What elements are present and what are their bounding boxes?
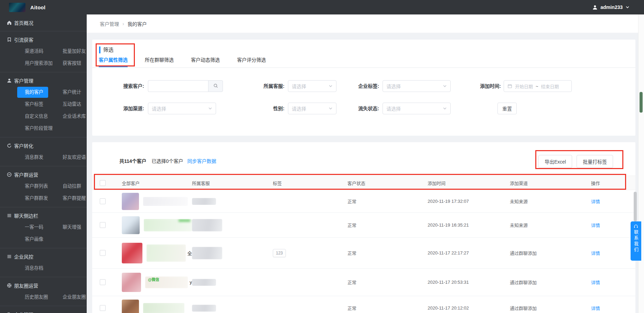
sidebar-section-label: 企业风控 bbox=[14, 253, 33, 260]
added-channel: 未知来源 bbox=[510, 198, 528, 205]
action-cell: 详情 bbox=[591, 198, 635, 205]
sidebar-item-4-0[interactable]: 客户群列表 bbox=[25, 183, 63, 190]
row-checkbox[interactable] bbox=[100, 198, 106, 204]
user-name: admin233 bbox=[600, 4, 623, 10]
row-checkbox[interactable] bbox=[100, 279, 106, 285]
filter-panel: 筛选 客户属性筛选所在群聊筛选客户动态筛选客户评分筛选 搜索客户: 所属客服: … bbox=[92, 40, 635, 136]
owner-cell bbox=[192, 279, 273, 286]
detail-link[interactable]: 详情 bbox=[591, 222, 600, 228]
sidebar-section-7[interactable]: 朋友圈运营 bbox=[0, 282, 87, 289]
sidebar-item-2-0[interactable]: 我的客户 bbox=[17, 87, 48, 98]
search-input[interactable] bbox=[148, 80, 208, 92]
sidebar-item-1-3[interactable]: 获客按钮 bbox=[63, 60, 87, 67]
owner-cell bbox=[192, 198, 273, 205]
row-checkbox-cell bbox=[100, 222, 122, 228]
added-channel: 通过群聊添加 bbox=[510, 250, 537, 256]
add-channel-select[interactable]: 请选择 bbox=[148, 103, 216, 114]
sidebar-item-2-2[interactable]: 客户标签 bbox=[25, 101, 63, 108]
added-channel-cell: 通过群聊添加 bbox=[510, 250, 591, 256]
churn-status-select[interactable]: 请选择 bbox=[383, 103, 451, 114]
sidebar-section: 客户群运营客户群列表自动拉群客户群群发客户群提醒 bbox=[0, 166, 87, 207]
sidebar-item-3-0[interactable]: 消息群发 bbox=[25, 154, 63, 161]
owner-cell bbox=[192, 247, 273, 259]
sidebar-section: 首页概况 bbox=[0, 14, 87, 31]
sidebar-item-5-0[interactable]: 一客一码 bbox=[25, 224, 63, 231]
filter-tab-0[interactable]: 客户属性筛选 bbox=[99, 55, 128, 67]
filter-tab-2[interactable]: 客户动态筛选 bbox=[191, 55, 220, 67]
sidebar-section: 企业风控消息存档 bbox=[0, 248, 87, 277]
sync-customers-link[interactable]: 同步客户数据 bbox=[187, 157, 216, 164]
sidebar-item-1-0[interactable]: 渠道活码 bbox=[25, 48, 63, 55]
scrollbar-thumb-green[interactable] bbox=[640, 92, 643, 113]
sidebar-section-3[interactable]: 客户转化 bbox=[0, 142, 87, 149]
breadcrumb-item-customer-management[interactable]: 客户管理 bbox=[100, 20, 119, 27]
sidebar-section-1[interactable]: 引流获客 bbox=[0, 36, 87, 43]
sidebar-item-5-2[interactable]: 客户画像 bbox=[25, 236, 63, 243]
detail-link[interactable]: 详情 bbox=[591, 279, 600, 285]
sidebar-item-2-4[interactable]: 自定义信息 bbox=[25, 113, 63, 120]
tag-cell: 123 bbox=[273, 249, 347, 257]
sidebar-item-7-1[interactable]: 企业朋友圈 bbox=[63, 294, 87, 301]
detail-link[interactable]: 详情 bbox=[591, 250, 600, 256]
sidebar-item-4-1[interactable]: 自动拉群 bbox=[63, 183, 87, 190]
sidebar-item-7-0[interactable]: 历史朋友圈 bbox=[25, 294, 63, 301]
sidebar-section-0[interactable]: 首页概况 bbox=[0, 19, 87, 26]
user-menu[interactable]: admin233 bbox=[592, 4, 630, 10]
add-time-range-picker[interactable]: 开始日期 ~ 结束日期 bbox=[504, 80, 572, 92]
detail-link[interactable]: 详情 bbox=[591, 198, 600, 205]
sidebar-item-1-2[interactable]: 用户搜索添加 bbox=[25, 60, 63, 67]
select-all-checkbox[interactable] bbox=[100, 180, 106, 186]
gender-select[interactable]: 请选择 bbox=[288, 103, 336, 114]
table-row: @微信y正常2020-11-17 20:53:31通过群聊添加详情 bbox=[92, 269, 635, 296]
row-checkbox[interactable] bbox=[100, 305, 106, 311]
sidebar-item-2-6[interactable]: 客户阶段管理 bbox=[25, 125, 63, 132]
sidebar-item-2-5[interactable]: 企业话术库 bbox=[63, 113, 87, 120]
sidebar-section-label: 客户群运营 bbox=[14, 171, 38, 178]
sidebar-item-4-2[interactable]: 客户群群发 bbox=[25, 195, 63, 202]
contact-us-widget[interactable]: 联系我们 bbox=[631, 221, 641, 261]
action-button-0[interactable]: 导出Excel bbox=[538, 155, 572, 168]
sidebar-item-5-1[interactable]: 聊天增强 bbox=[63, 224, 87, 231]
status-cell: 正常 bbox=[347, 250, 428, 256]
sidebar-item-3-1[interactable]: 好友欢迎语 bbox=[63, 154, 87, 161]
sidebar-item-1-1[interactable]: 批量加好友 bbox=[63, 48, 87, 55]
search-customer-label: 搜索客户: bbox=[119, 80, 144, 92]
chevron-down-icon bbox=[443, 106, 447, 111]
row-checkbox[interactable] bbox=[100, 222, 106, 228]
customer-list-panel: 共114个客户 已选择0个客户 同步客户数据 导出Excel批量打标签 全部客户… bbox=[92, 142, 635, 313]
table-row: 正常2020-11-19 16:35:21未知来源详情 bbox=[92, 213, 635, 238]
start-date-placeholder: 开始日期 bbox=[515, 83, 533, 90]
corp-tag-select[interactable]: 请选择 bbox=[383, 80, 451, 92]
sidebar-item-2-1[interactable]: 客户统计 bbox=[63, 89, 87, 96]
sidebar-section-5[interactable]: 聊天侧边栏 bbox=[0, 212, 87, 219]
owner-cell bbox=[192, 305, 273, 312]
row-checkbox-cell bbox=[100, 198, 122, 204]
customer-name-cell bbox=[122, 216, 192, 234]
filter-tab-1[interactable]: 所在群聊筛选 bbox=[145, 55, 174, 67]
scrollbar-track[interactable] bbox=[638, 14, 644, 313]
scrollbar-thumb[interactable] bbox=[634, 192, 637, 221]
sidebar-section-4[interactable]: 客户群运营 bbox=[0, 171, 87, 178]
filter-tab-3[interactable]: 客户评分筛选 bbox=[237, 55, 266, 67]
search-button[interactable] bbox=[208, 80, 223, 92]
sidebar-items: 渠道活码批量加好友用户搜索添加获客按钮 bbox=[0, 48, 87, 72]
sidebar-section-2[interactable]: 客户管理 bbox=[0, 77, 87, 84]
owner-select[interactable]: 请选择 bbox=[288, 80, 336, 92]
reset-button[interactable]: 重置 bbox=[497, 103, 517, 114]
added-time: 2020-11-17 20:12:02 bbox=[428, 305, 469, 311]
sidebar-section-6[interactable]: 企业风控 bbox=[0, 253, 87, 260]
row-checkbox[interactable] bbox=[100, 250, 106, 256]
status-text: 正常 bbox=[347, 250, 356, 256]
action-button-1[interactable]: 批量打标签 bbox=[577, 155, 613, 168]
sync-icon bbox=[7, 143, 12, 148]
main-content: 筛选 客户属性筛选所在群聊筛选客户动态筛选客户评分筛选 搜索客户: 所属客服: … bbox=[87, 33, 638, 313]
table-actions: 导出Excel批量打标签 bbox=[538, 155, 613, 168]
sidebar-item-4-3[interactable]: 客户群提醒 bbox=[63, 195, 87, 202]
sidebar-section-label: 客户管理 bbox=[14, 77, 33, 84]
detail-link[interactable]: 详情 bbox=[591, 305, 600, 311]
customer-name-redacted bbox=[143, 197, 188, 206]
status-text: 正常 bbox=[347, 222, 356, 228]
sidebar-item-2-3[interactable]: 互动雷达 bbox=[63, 101, 87, 108]
sidebar-item-6-0[interactable]: 消息存档 bbox=[25, 265, 63, 272]
sidebar-section-8[interactable]: 企业管理 bbox=[0, 311, 87, 313]
